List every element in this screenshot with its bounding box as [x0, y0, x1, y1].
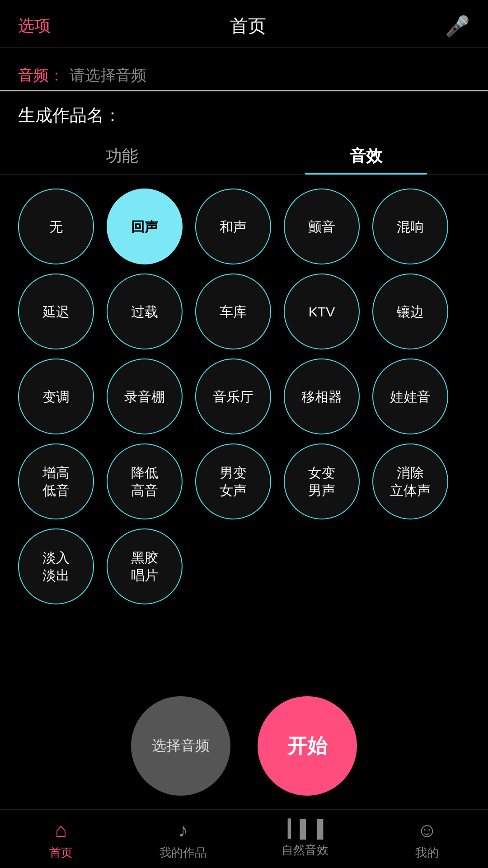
effect-baby[interactable]: 娃娃音 — [372, 359, 448, 434]
effect-bass-boost[interactable]: 增高 低音 — [18, 443, 94, 519]
effect-garage[interactable]: 车库 — [195, 274, 271, 349]
audio-placeholder: 请选择音频 — [70, 65, 146, 86]
effect-tremolo[interactable]: 颤音 — [284, 189, 360, 264]
nav-my-works-label: 我的作品 — [160, 845, 206, 861]
options-button[interactable]: 选项 — [18, 15, 51, 37]
effect-phaser[interactable]: 移相器 — [284, 359, 360, 434]
tab-function[interactable]: 功能 — [0, 136, 244, 175]
effect-echo[interactable]: 回声 — [107, 189, 183, 264]
effect-none[interactable]: 无 — [18, 189, 94, 264]
effect-delay[interactable]: 延迟 — [18, 274, 94, 349]
effect-overdrive[interactable]: 过载 — [107, 274, 183, 349]
music-note-icon: ♪ — [178, 819, 188, 841]
effect-studio[interactable]: 录音棚 — [107, 359, 183, 434]
effect-ktv[interactable]: KTV — [284, 274, 360, 349]
bottom-nav: ⌂ 首页 ♪ 我的作品 ▎▌▐ 自然音效 ☺ 我的 — [0, 809, 488, 868]
work-name-label: 生成作品名： — [18, 106, 121, 125]
tab-effects[interactable]: 音效 — [244, 136, 488, 175]
nav-natural-effects-label: 自然音效 — [282, 842, 328, 858]
nav-home[interactable]: ⌂ 首页 — [0, 819, 122, 861]
effect-treble-cut[interactable]: 降低 高音 — [107, 443, 183, 519]
effect-male-to-female[interactable]: 男变 女声 — [195, 443, 271, 519]
effects-row-2: 延迟 过载 车库 KTV 镶边 — [18, 274, 470, 349]
audio-row[interactable]: 音频： 请选择音频 — [0, 52, 488, 91]
effect-edge[interactable]: 镶边 — [372, 274, 448, 349]
effect-reverb[interactable]: 混响 — [372, 189, 448, 264]
mic-icon[interactable]: 🎤 — [445, 14, 470, 38]
effect-vinyl[interactable]: 黑胶 唱片 — [107, 528, 183, 604]
work-name-row: 生成作品名： — [0, 91, 488, 132]
effect-hall[interactable]: 音乐厅 — [195, 359, 271, 434]
bar-chart-icon: ▎▌▐ — [288, 819, 323, 839]
effects-row-1: 无 回声 和声 颤音 混响 — [18, 189, 470, 264]
start-button[interactable]: 开始 — [258, 696, 357, 796]
nav-natural-effects[interactable]: ▎▌▐ 自然音效 — [244, 819, 366, 861]
effects-grid: 无 回声 和声 颤音 混响 延迟 过载 车库 KTV 镶边 变调 录音棚 音乐厅… — [0, 175, 488, 678]
nav-mine-label: 我的 — [415, 845, 439, 861]
user-icon: ☺ — [417, 819, 437, 841]
effect-harmony[interactable]: 和声 — [195, 189, 271, 264]
effect-remove-stereo[interactable]: 消除 立体声 — [372, 443, 448, 519]
nav-home-label: 首页 — [49, 845, 73, 861]
effect-fade[interactable]: 淡入 淡出 — [18, 528, 94, 604]
header: 选项 首页 🎤 — [0, 0, 488, 48]
nav-my-works[interactable]: ♪ 我的作品 — [122, 819, 244, 861]
page-title: 首页 — [230, 14, 266, 38]
nav-mine[interactable]: ☺ 我的 — [366, 819, 488, 861]
audio-label: 音频： — [18, 65, 64, 86]
tabs: 功能 音效 — [0, 136, 488, 175]
effects-row-5: 淡入 淡出 黑胶 唱片 — [18, 528, 470, 604]
effect-pitch[interactable]: 变调 — [18, 359, 94, 434]
action-row: 选择音频 开始 — [0, 678, 488, 809]
effects-row-4: 增高 低音 降低 高音 男变 女声 女变 男声 消除 立体声 — [18, 443, 470, 519]
select-audio-button[interactable]: 选择音频 — [131, 696, 230, 796]
effects-row-3: 变调 录音棚 音乐厅 移相器 娃娃音 — [18, 359, 470, 434]
home-icon: ⌂ — [55, 819, 67, 841]
effect-female-to-male[interactable]: 女变 男声 — [284, 443, 360, 519]
